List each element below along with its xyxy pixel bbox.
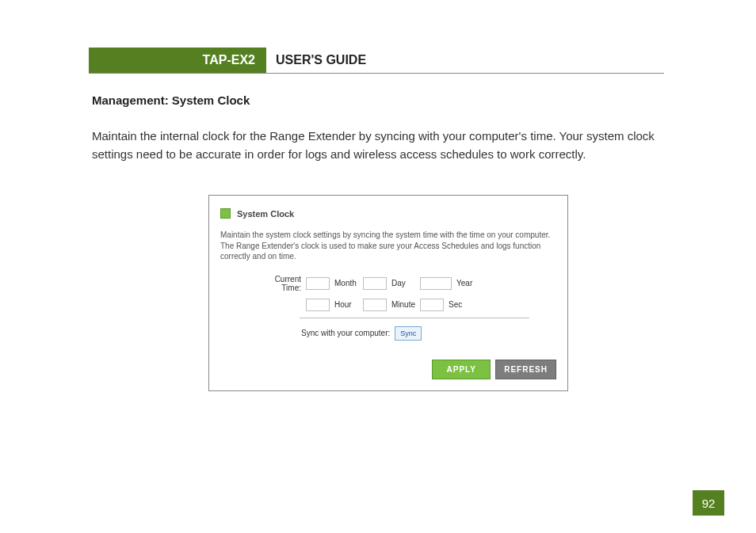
panel-title-text: System Clock <box>237 209 294 219</box>
page-number-text: 92 <box>702 497 716 510</box>
day-input[interactable] <box>363 277 387 290</box>
sync-label: Sync with your computer: <box>301 329 390 337</box>
square-bullet-icon <box>220 208 231 219</box>
hour-label: Hour <box>334 300 358 309</box>
panel-divider <box>300 318 529 318</box>
hour-input[interactable] <box>306 299 330 311</box>
sec-label: Sec <box>449 300 472 309</box>
time-row: Hour Minute Sec <box>220 299 556 311</box>
current-time-label: Current Time: <box>254 275 301 292</box>
header-bar: TAP-EX2 USER'S GUIDE <box>89 48 664 74</box>
header-product-badge: TAP-EX2 <box>89 48 266 73</box>
page-number-badge: 92 <box>693 490 724 516</box>
panel-description: Maintain the system clock settings by sy… <box>220 230 556 262</box>
year-label: Year <box>456 279 480 287</box>
button-row: APPLY REFRESH <box>220 360 556 379</box>
sec-input[interactable] <box>420 299 444 311</box>
sync-button[interactable]: Sync <box>395 326 422 341</box>
apply-button[interactable]: APPLY <box>432 360 491 379</box>
day-label: Day <box>391 279 415 287</box>
minute-input[interactable] <box>363 299 387 311</box>
year-input[interactable] <box>420 277 452 290</box>
system-clock-panel: System Clock Maintain the system clock s… <box>208 195 568 391</box>
header-title: USER'S GUIDE <box>266 48 366 73</box>
minute-label: Minute <box>391 300 415 309</box>
month-label: Month <box>334 279 358 287</box>
sync-row: Sync with your computer: Sync <box>220 326 556 341</box>
panel-title-row: System Clock <box>220 208 556 219</box>
refresh-button[interactable]: REFRESH <box>495 360 556 379</box>
month-input[interactable] <box>306 277 330 290</box>
header-product-text: TAP-EX2 <box>203 53 255 67</box>
section-title: Management: System Clock <box>92 93 250 107</box>
section-body: Maintain the internal clock for the Rang… <box>92 127 662 164</box>
date-row: Current Time: Month Day Year <box>220 275 556 292</box>
